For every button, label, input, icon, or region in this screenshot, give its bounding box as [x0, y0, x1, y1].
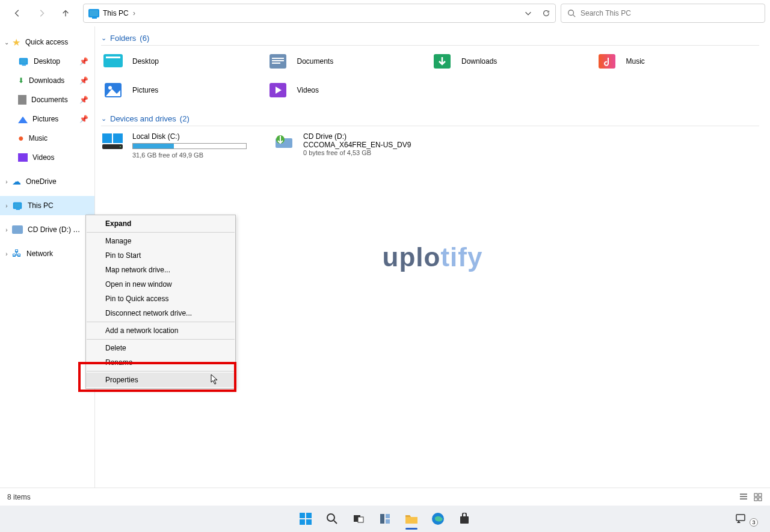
context-menu-separator [87, 322, 235, 322]
context-menu-item[interactable]: Open in new window [86, 277, 235, 292]
taskbar-store-button[interactable] [456, 510, 473, 527]
search-box[interactable] [561, 4, 765, 23]
nav-up-button[interactable] [59, 7, 72, 20]
folder-item-pictures[interactable]: Pictures [101, 81, 266, 100]
breadcrumb-location[interactable]: This PC [103, 9, 129, 17]
svg-rect-14 [102, 144, 123, 149]
pin-icon: 📌 [79, 76, 88, 85]
sidebar-item-label: Music [29, 134, 48, 142]
sidebar-item-documents[interactable]: Documents 📌 [0, 90, 94, 109]
star-icon: ★ [12, 37, 20, 48]
chevron-down-icon: ⌄ [101, 34, 106, 42]
sidebar-item-label: Desktop [34, 57, 60, 66]
folder-item-videos[interactable]: Videos [266, 81, 431, 100]
breadcrumb[interactable]: This PC › [103, 9, 138, 17]
chevron-down-icon[interactable] [524, 9, 532, 17]
drive-volume-label: CCCOMA_X64FRE_EN-US_DV9 [303, 141, 411, 149]
pictures-folder-icon [101, 81, 125, 100]
sidebar-item-label: Pictures [32, 115, 58, 123]
sidebar-item-videos[interactable]: Videos [0, 148, 94, 167]
context-menu-item[interactable]: Map network drive... [86, 263, 235, 277]
this-pc-icon [88, 9, 99, 17]
chevron-right-icon[interactable]: › [4, 203, 10, 209]
chevron-down-icon[interactable]: ⌄ [4, 39, 10, 46]
taskbar-tray[interactable]: 3 [735, 513, 762, 524]
chevron-right-icon[interactable]: › [4, 251, 10, 257]
folder-item-documents[interactable]: Documents [266, 52, 431, 71]
sidebar-item-cd-drive[interactable]: › CD Drive (D:) CCC [0, 220, 94, 239]
sidebar-item-onedrive[interactable]: › ☁ OneDrive [0, 172, 94, 191]
sidebar-item-network[interactable]: › 🖧 Network [0, 244, 94, 263]
search-input[interactable] [581, 9, 759, 17]
address-bar[interactable]: This PC › [83, 4, 556, 23]
taskbar-widgets-button[interactable] [377, 510, 393, 527]
drive-name: CD Drive (D:) [303, 132, 411, 141]
breadcrumb-separator-icon: › [133, 9, 135, 17]
sidebar-item-this-pc[interactable]: › This PC [0, 196, 94, 215]
notifications-icon[interactable] [735, 513, 747, 524]
folder-item-music[interactable]: Music [595, 52, 760, 71]
chevron-right-icon[interactable]: › [4, 179, 10, 185]
context-menu-item[interactable]: Pin to Start [86, 248, 235, 263]
taskbar-start-button[interactable] [297, 510, 314, 527]
folder-name: Pictures [132, 86, 158, 94]
sidebar-quick-access[interactable]: ⌄ ★ Quick access [0, 32, 94, 52]
downloads-folder-icon [430, 52, 454, 71]
chevron-right-icon[interactable]: › [4, 227, 10, 233]
folder-grid: DesktopDocumentsDownloadsMusicPicturesVi… [101, 52, 759, 100]
nav-forward-button[interactable] [35, 7, 48, 20]
icons-view-icon[interactable] [753, 492, 763, 502]
sidebar-item-downloads[interactable]: ⬇ Downloads 📌 [0, 71, 94, 90]
svg-rect-19 [759, 494, 762, 497]
svg-point-10 [108, 86, 112, 90]
section-count: (6) [140, 34, 149, 43]
taskbar-search-button[interactable] [324, 510, 340, 527]
search-icon [567, 9, 576, 17]
folder-name: Videos [297, 86, 319, 94]
svg-point-15 [120, 146, 121, 147]
svg-rect-34 [736, 515, 745, 521]
sidebar-item-pictures[interactable]: Pictures 📌 [0, 109, 94, 129]
refresh-icon[interactable] [542, 9, 550, 17]
drive-local-disk[interactable]: Local Disk (C:) 31,6 GB free of 49,9 GB [101, 132, 257, 159]
sidebar-label: Quick access [25, 38, 68, 46]
context-menu-item[interactable]: Pin to Quick access [86, 292, 235, 306]
drive-row: Local Disk (C:) 31,6 GB free of 49,9 GB … [101, 132, 759, 159]
svg-rect-20 [754, 498, 757, 501]
folder-name: Music [626, 57, 645, 66]
folder-item-desktop[interactable]: Desktop [101, 52, 266, 71]
context-menu-item[interactable]: Add a network location [86, 323, 235, 338]
sidebar-item-music[interactable]: ● Music [0, 129, 94, 148]
context-menu-item[interactable]: Delete [86, 341, 235, 355]
svg-rect-24 [300, 519, 305, 525]
section-drives-header[interactable]: ⌄ Devices and drives (2) [101, 114, 759, 126]
section-folders-header[interactable]: ⌄ Folders (6) [101, 34, 759, 46]
details-view-icon[interactable] [739, 492, 748, 502]
arrow-right-icon [37, 9, 46, 17]
svg-rect-21 [759, 498, 762, 501]
taskbar-edge-button[interactable] [430, 510, 446, 527]
context-menu-item[interactable]: Manage [86, 234, 235, 248]
taskbar-taskview-button[interactable] [350, 510, 367, 527]
drive-cd[interactable]: CD Drive (D:) CCCOMA_X64FRE_EN-US_DV9 0 … [272, 132, 428, 159]
svg-rect-2 [106, 57, 120, 58]
drive-free-text: 31,6 GB free of 49,9 GB [132, 151, 247, 159]
toolbar: This PC › [0, 0, 770, 26]
svg-rect-1 [103, 54, 123, 67]
folder-item-downloads[interactable]: Downloads [430, 52, 595, 71]
taskbar-explorer-button[interactable] [403, 510, 420, 527]
context-menu-item[interactable]: Disconnect network drive... [86, 306, 235, 320]
cd-drive-icon [272, 132, 296, 151]
folder-name: Downloads [461, 57, 497, 66]
taskbar: 3 [0, 506, 770, 532]
taskview-icon [353, 513, 365, 525]
svg-rect-6 [272, 63, 280, 64]
status-items-count: 8 items [7, 493, 31, 501]
documents-folder-icon [266, 52, 290, 71]
sidebar-item-label: Network [26, 249, 53, 258]
nav-back-button[interactable] [11, 7, 24, 20]
svg-rect-5 [272, 60, 284, 61]
pin-icon: 📌 [79, 96, 88, 104]
context-menu-item[interactable]: Expand [86, 216, 235, 231]
sidebar-item-desktop[interactable]: Desktop 📌 [0, 52, 94, 71]
